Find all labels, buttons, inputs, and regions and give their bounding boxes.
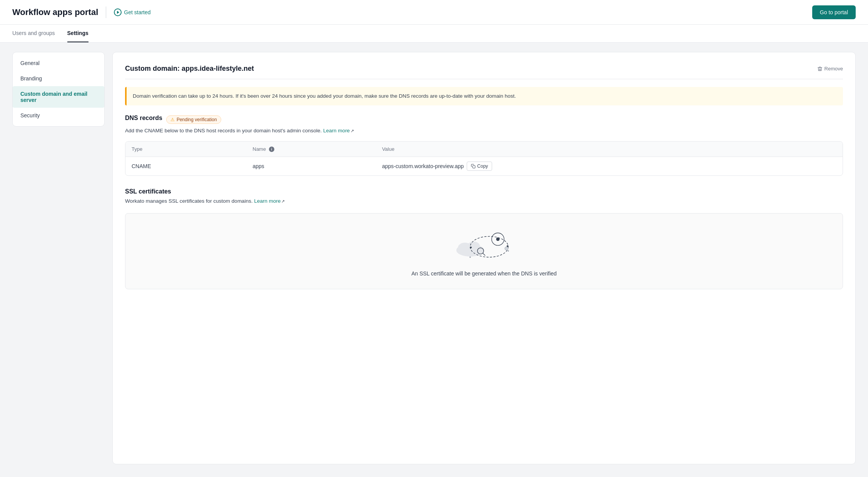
ssl-external-link-icon: ↗ xyxy=(281,199,285,203)
name-info-icon[interactable]: i xyxy=(269,147,274,152)
pending-badge-label: Pending verification xyxy=(177,117,217,122)
warning-box: Domain verification can take up to 24 ho… xyxy=(125,87,843,105)
ssl-status-text: An SSL certificate will be generated whe… xyxy=(411,270,557,277)
dns-section: DNS records ⚠ Pending verification Add t… xyxy=(125,115,843,176)
tab-settings[interactable]: Settings xyxy=(67,25,88,42)
table-row: CNAME apps apps-custom.workato-preview.a… xyxy=(125,157,843,175)
remove-label: Remove xyxy=(825,66,843,72)
tab-users-groups[interactable]: Users and groups xyxy=(12,25,55,42)
header-divider xyxy=(106,7,106,18)
app-title: Workflow apps portal xyxy=(12,7,98,17)
get-started-button[interactable]: Get started xyxy=(114,8,150,16)
warning-text: Domain verification can take up to 24 ho… xyxy=(133,93,516,99)
domain-title: Custom domain: apps.idea-lifestyle.net xyxy=(125,65,254,73)
nav-tabs: Users and groups Settings xyxy=(0,25,868,43)
header-left: Workflow apps portal Get started xyxy=(12,7,151,18)
col-header-type: Type xyxy=(125,142,247,157)
play-icon xyxy=(114,8,122,16)
copy-icon xyxy=(471,164,476,168)
ssl-description: Workato manages SSL certificates for cus… xyxy=(125,198,843,204)
ssl-learn-more-link[interactable]: Learn more xyxy=(254,198,280,204)
dns-value-text: apps-custom.workato-preview.app xyxy=(382,163,464,169)
svg-point-10 xyxy=(470,247,472,249)
svg-point-12 xyxy=(469,257,471,258)
sidebar-item-security[interactable]: Security xyxy=(13,108,104,123)
sidebar: General Branding Custom domain and email… xyxy=(12,52,105,127)
dns-description: Add the CNAME below to the DNS host reco… xyxy=(125,127,843,135)
col-header-value: Value xyxy=(376,142,843,157)
copy-button[interactable]: Copy xyxy=(467,162,492,171)
dns-value-cell: apps-custom.workato-preview.app Copy xyxy=(376,157,843,175)
remove-icon xyxy=(817,66,823,72)
col-header-name: Name i xyxy=(247,142,376,157)
header: Workflow apps portal Get started Go to p… xyxy=(0,0,868,25)
dns-value-wrapper: apps-custom.workato-preview.app Copy xyxy=(382,162,836,171)
svg-line-8 xyxy=(483,254,485,255)
get-started-label: Get started xyxy=(124,9,150,15)
sidebar-item-custom-domain[interactable]: Custom domain and email server xyxy=(13,86,104,108)
svg-point-9 xyxy=(505,247,508,250)
warning-triangle-icon: ⚠ xyxy=(170,117,175,122)
ssl-section: SSL certificates Workato manages SSL cer… xyxy=(125,188,843,289)
ssl-title: SSL certificates xyxy=(125,188,843,195)
domain-header: Custom domain: apps.idea-lifestyle.net R… xyxy=(125,65,843,79)
svg-point-13 xyxy=(507,250,509,252)
go-to-portal-button[interactable]: Go to portal xyxy=(812,5,856,19)
dns-section-title: DNS records xyxy=(125,115,162,122)
dns-table: Type Name i Value CNAME apps xyxy=(125,141,843,176)
svg-point-11 xyxy=(507,245,509,247)
dns-learn-more-link[interactable]: Learn more xyxy=(323,128,350,133)
main-layout: General Branding Custom domain and email… xyxy=(0,43,868,474)
pending-badge: ⚠ Pending verification xyxy=(166,115,221,124)
content-area: Custom domain: apps.idea-lifestyle.net R… xyxy=(112,52,856,464)
orbit-graphic xyxy=(449,226,519,264)
svg-point-6 xyxy=(496,237,500,241)
dns-name-cell: apps xyxy=(247,157,376,175)
sidebar-item-branding[interactable]: Branding xyxy=(13,71,104,86)
copy-label: Copy xyxy=(477,163,488,169)
sidebar-item-general[interactable]: General xyxy=(13,55,104,71)
remove-button[interactable]: Remove xyxy=(817,66,843,72)
ssl-illustration: An SSL certificate will be generated whe… xyxy=(125,213,843,289)
dns-header: DNS records ⚠ Pending verification xyxy=(125,115,843,125)
svg-rect-0 xyxy=(473,166,476,168)
dns-type-cell: CNAME xyxy=(125,157,247,175)
external-link-icon: ↗ xyxy=(351,128,354,133)
